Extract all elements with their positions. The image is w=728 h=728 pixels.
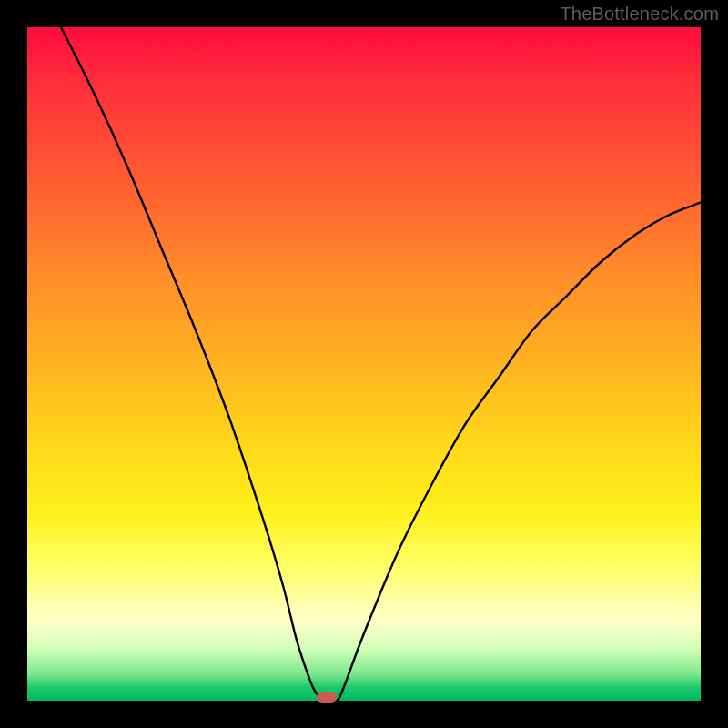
bottleneck-curve [61,27,701,702]
minimum-marker [317,692,337,703]
watermark-text: TheBottleneck.com [560,4,719,25]
curve-svg [27,27,701,701]
chart-frame: TheBottleneck.com [0,0,728,728]
plot-area [27,27,701,701]
